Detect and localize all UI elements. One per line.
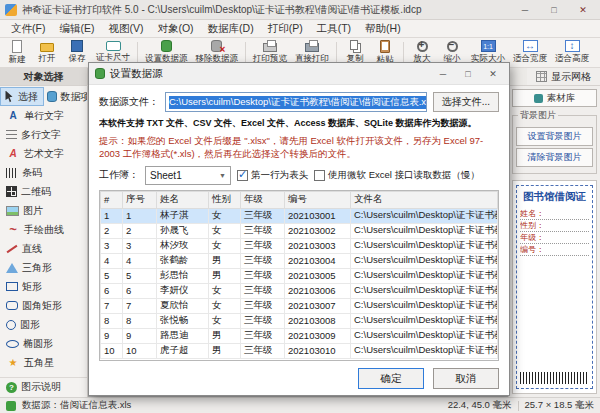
- sidebar-item-triangle[interactable]: 三角形: [0, 258, 87, 277]
- sidebar-item-multi-line-text[interactable]: 多行文字: [0, 125, 87, 144]
- table-row[interactable]: 22孙晟飞女三年级202103002C:\Users\cuilm\Desktop…: [101, 223, 498, 238]
- sidebar-item-single-line-text[interactable]: 单行文字: [0, 106, 87, 125]
- datasource-path-input[interactable]: C:\Users\cuilm\Desktop\证卡证书教程\借阅证\借阅证信息表…: [165, 92, 427, 112]
- table-row[interactable]: 99路思迪男三年级202103009C:\Users\cuilm\Desktop…: [101, 328, 498, 343]
- dialog-title-bar[interactable]: 设置数据源 ─ □ ✕: [89, 63, 509, 85]
- toolbar-fit-height-button[interactable]: 适合高度: [551, 39, 593, 66]
- app-window: 神奇证卡证书打印软件 5.0 - C:\Users\cuilm\Desktop\…: [0, 0, 600, 413]
- workbook-select[interactable]: Sheet1 ▼: [145, 166, 231, 185]
- sidebar-item-rounded-rectangle[interactable]: 圆角矩形: [0, 296, 87, 315]
- menu-item-tools[interactable]: 工具(T): [310, 21, 358, 37]
- zoom-in-icon: [417, 41, 428, 52]
- sidebar-item-select[interactable]: 选择: [0, 87, 44, 106]
- table-cell: 202103002: [285, 223, 351, 238]
- maximize-button[interactable]: □: [542, 2, 566, 18]
- legend-icon: [6, 382, 17, 393]
- toolbar-separator: [403, 42, 404, 63]
- data-item-label: 数据项: [61, 90, 88, 104]
- sidebar-item-star[interactable]: 五角星: [0, 353, 87, 372]
- table-cell: 林汐玫: [157, 238, 209, 253]
- table-cell: 三年级: [241, 313, 285, 328]
- card-preview[interactable]: 图书馆借阅证 姓名：性别：年级：编号：: [516, 185, 593, 389]
- sidebar-item-circle[interactable]: 圆形: [0, 315, 87, 334]
- sidebar-item-image[interactable]: 图片: [0, 201, 87, 220]
- ok-button[interactable]: 确定: [358, 368, 424, 389]
- table-cell: 2: [123, 223, 157, 238]
- table-cell: 三年级: [241, 208, 285, 223]
- dialog-minimize-button[interactable]: ─: [433, 66, 453, 82]
- excel-interface-checkbox[interactable]: 使用微软 Excel 接口读取数据（慢）: [314, 169, 480, 182]
- show-grid-label: 显示网格: [551, 70, 591, 84]
- table-cell: 4: [123, 253, 157, 268]
- supported-formats-notice: 本软件支持 TXT 文件、CSV 文件、Excel 文件、Access 数据库、…: [99, 117, 499, 130]
- datasource-file-icon: [6, 401, 16, 411]
- table-row[interactable]: 11林子淇女三年级202103001C:\Users\cuilm\Desktop…: [101, 208, 498, 223]
- sidebar-item-qrcode[interactable]: 二维码: [0, 182, 87, 201]
- table-cell: 5: [101, 268, 123, 283]
- ellipse-icon: [6, 340, 19, 348]
- qrcode-label: 二维码: [21, 185, 51, 199]
- table-cell: 女: [209, 313, 241, 328]
- table-row[interactable]: 55彭思怡男三年级202103005C:\Users\cuilm\Desktop…: [101, 268, 498, 283]
- direct-print-icon: [305, 43, 319, 52]
- datasource-file-row: 数据源文件： C:\Users\cuilm\Desktop\证卡证书教程\借阅证…: [99, 92, 499, 112]
- menu-item-edit[interactable]: 编辑(E): [52, 21, 101, 37]
- star-icon: [6, 356, 20, 369]
- close-button[interactable]: ✕: [571, 2, 595, 18]
- sidebar-item-data-item[interactable]: 数据项: [44, 87, 88, 106]
- first-row-header-checkbox[interactable]: 第一行为表头: [237, 169, 308, 182]
- table-row[interactable]: 33林汐玫女三年级202103003C:\Users\cuilm\Desktop…: [101, 238, 498, 253]
- table-cell: 男: [209, 343, 241, 358]
- toolbar-fit-width-button[interactable]: 适合宽度: [509, 39, 551, 66]
- table-cell: 男: [209, 328, 241, 343]
- sidebar-item-barcode[interactable]: 条码: [0, 163, 87, 182]
- sidebar-item-art-text[interactable]: 艺术文字: [0, 144, 87, 163]
- menu-item-help[interactable]: 帮助(H): [358, 21, 408, 37]
- dialog-maximize-button[interactable]: □: [458, 66, 478, 82]
- table-row[interactable]: 44张鹤龄男三年级202103004C:\Users\cuilm\Desktop…: [101, 253, 498, 268]
- sidebar-item-legend[interactable]: 图示说明: [0, 377, 87, 396]
- table-cell: 林子淇: [157, 208, 209, 223]
- table-cell: 女: [209, 283, 241, 298]
- set-background-button[interactable]: 设置背景图片: [516, 127, 593, 146]
- image-label: 图片: [23, 204, 43, 218]
- menu-item-database[interactable]: 数据库(D): [201, 21, 261, 37]
- dialog-close-button[interactable]: ✕: [483, 66, 503, 82]
- set-datasource-dialog: 设置数据源 ─ □ ✕ 数据源文件： C:\Users\cuilm\Deskto…: [88, 62, 510, 396]
- menu-item-view[interactable]: 视图(V): [101, 21, 150, 37]
- table-cell: 202103003: [285, 238, 351, 253]
- paste-icon: [380, 40, 390, 53]
- datasource-file-label: 数据源文件：: [99, 95, 159, 109]
- toolbar-open-button[interactable]: 打开: [32, 39, 62, 66]
- table-cell: 10: [123, 343, 157, 358]
- chevron-down-icon: ▼: [219, 172, 226, 179]
- table-cell: 三年级: [241, 238, 285, 253]
- sidebar-item-rectangle[interactable]: 矩形: [0, 277, 87, 296]
- table-row[interactable]: 77夏欣怡女三年级202103007C:\Users\cuilm\Desktop…: [101, 298, 498, 313]
- toolbar-new-button[interactable]: 新建: [2, 39, 32, 66]
- workbook-row: 工作簿： Sheet1 ▼ 第一行为表头 使用微软 Excel 接口读取数据（慢…: [99, 166, 499, 185]
- single-text-icon: [6, 109, 20, 122]
- menu-item-print[interactable]: 打印(P): [261, 21, 310, 37]
- sidebar-item-freehand-curve[interactable]: 手绘曲线: [0, 220, 87, 239]
- show-grid-button[interactable]: 显示网格: [527, 68, 600, 85]
- minimize-button[interactable]: ─: [513, 2, 537, 18]
- workbook-value: Sheet1: [150, 170, 182, 181]
- table-row[interactable]: 66李妍仪女三年级202103006C:\Users\cuilm\Desktop…: [101, 283, 498, 298]
- checkbox-checked-icon: [237, 170, 248, 181]
- sidebar-item-line[interactable]: 直线: [0, 239, 87, 258]
- menu-item-file[interactable]: 文件(F): [4, 21, 52, 37]
- choose-file-button[interactable]: 选择文件...: [433, 92, 499, 112]
- menu-item-object[interactable]: 对象(O): [150, 21, 200, 37]
- table-row[interactable]: 1010虎子超男三年级202103010C:\Users\cuilm\Deskt…: [101, 343, 498, 358]
- fit-width-label: 适合宽度: [513, 53, 547, 65]
- material-library-tab[interactable]: 素材库: [512, 89, 597, 107]
- table-cell: 6: [101, 283, 123, 298]
- table-row[interactable]: 88张悦畅女三年级202103008C:\Users\cuilm\Desktop…: [101, 313, 498, 328]
- cancel-button[interactable]: 取消: [433, 368, 499, 389]
- clear-background-button[interactable]: 清除背景图片: [516, 148, 593, 167]
- object-sidebar-pair-row: 选择数据项: [0, 87, 87, 106]
- sidebar-item-ellipse[interactable]: 椭圆形: [0, 334, 87, 353]
- card-field-0: 姓名：: [520, 208, 589, 220]
- card-field-2: 年级：: [520, 232, 589, 244]
